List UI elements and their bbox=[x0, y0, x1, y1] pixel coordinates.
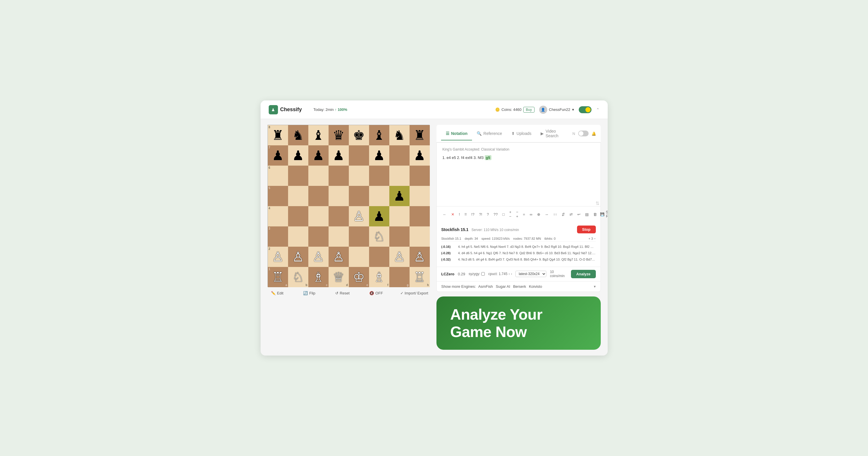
board-cell[interactable] bbox=[349, 186, 369, 206]
unclear-button[interactable]: ∞ bbox=[528, 211, 534, 218]
board-cell[interactable]: ♟ bbox=[369, 206, 389, 226]
board-cell[interactable]: ♜ bbox=[409, 125, 430, 145]
prev-button[interactable]: ← bbox=[441, 211, 448, 218]
board-cell[interactable]: ♙ bbox=[308, 247, 329, 267]
delete-button[interactable]: ✕ bbox=[450, 211, 456, 218]
mistake-button[interactable]: ? bbox=[485, 211, 490, 218]
board-cell[interactable]: ♟ bbox=[389, 186, 409, 206]
board-cell[interactable] bbox=[409, 166, 430, 186]
diagram-button[interactable]: ▤ bbox=[584, 211, 590, 218]
board-cell[interactable] bbox=[308, 186, 329, 206]
board-cell[interactable]: ♝ bbox=[308, 125, 329, 145]
board-cell[interactable] bbox=[349, 247, 369, 267]
line-moves[interactable]: 4. Nc3 d6 5. d4 g4 6. Bxf4 gxf3 7. Qxf3 … bbox=[458, 257, 596, 263]
board-cell[interactable]: 4 bbox=[268, 206, 288, 226]
cpuct-up[interactable]: › bbox=[511, 272, 512, 276]
line-moves[interactable]: 4. d4 d6 5. h4 g4 6. Ng1 Qf6 7. Nc3 Ne7 … bbox=[458, 251, 596, 256]
board-cell[interactable] bbox=[329, 206, 349, 226]
interesting-button[interactable]: !? bbox=[470, 211, 476, 218]
resize-handle[interactable]: ⇅ bbox=[436, 201, 601, 206]
import-export-button[interactable]: ✓ Import/ Export bbox=[400, 291, 428, 295]
board-cell[interactable] bbox=[369, 166, 389, 186]
board-cell[interactable]: ♟ bbox=[409, 145, 430, 166]
sound-button[interactable]: 🔇 OFF bbox=[367, 290, 385, 296]
board-cell[interactable] bbox=[329, 226, 349, 247]
board-cell[interactable]: d♕ bbox=[329, 267, 349, 287]
cpuct-down[interactable]: ‹ bbox=[508, 272, 509, 276]
board-cell[interactable]: g bbox=[389, 267, 409, 287]
board-cell[interactable]: ♟ bbox=[369, 145, 389, 166]
board-cell[interactable]: ♙ bbox=[389, 247, 409, 267]
engine-name-item[interactable]: Sugar AI bbox=[496, 284, 510, 289]
board-cell[interactable]: ♞ bbox=[288, 125, 308, 145]
board-cell[interactable] bbox=[389, 166, 409, 186]
user-area[interactable]: 👤 ChessFun22 ▾ bbox=[539, 106, 574, 114]
black-advantage-button[interactable]: −+ bbox=[515, 209, 520, 220]
board-cell[interactable] bbox=[409, 186, 430, 206]
board-cell[interactable] bbox=[329, 186, 349, 206]
board-cell[interactable]: 5 bbox=[268, 186, 288, 206]
compensation-button[interactable]: ⊕ bbox=[536, 211, 542, 218]
board-cell[interactable] bbox=[308, 166, 329, 186]
zugzwang-button[interactable]: □ bbox=[501, 211, 506, 218]
counterplay-button[interactable]: ↔ bbox=[544, 211, 550, 218]
board-cell[interactable]: 7♟ bbox=[268, 145, 288, 166]
brilliant-button[interactable]: !! bbox=[463, 211, 468, 218]
board-cell[interactable] bbox=[288, 166, 308, 186]
board-cell[interactable]: 8♜ bbox=[268, 125, 288, 145]
board-cell[interactable] bbox=[369, 186, 389, 206]
tab-video-search[interactable]: ▶ Video Search bbox=[536, 125, 572, 143]
board-cell[interactable]: c♗ bbox=[308, 267, 329, 287]
model-select[interactable]: latest-320x24 bbox=[516, 271, 546, 277]
engine-name-item[interactable]: AsmFish bbox=[478, 284, 493, 289]
undo-button[interactable]: ↩ bbox=[576, 211, 582, 218]
equal-button[interactable]: = bbox=[522, 211, 527, 218]
initiative-button[interactable]: ↑↑ bbox=[552, 211, 559, 218]
stop-button[interactable]: Stop bbox=[577, 226, 596, 233]
board-cell[interactable] bbox=[288, 226, 308, 247]
buy-button[interactable]: Buy bbox=[523, 107, 534, 113]
tab-uploads[interactable]: ⬆ Uploads bbox=[507, 127, 536, 140]
board-cell[interactable]: b♘ bbox=[288, 267, 308, 287]
tab-notation[interactable]: ☰ Notation bbox=[441, 127, 472, 140]
development-button[interactable]: ⇵ bbox=[560, 211, 566, 218]
board-cell[interactable] bbox=[409, 226, 430, 247]
with-idea-button[interactable]: ⇄ bbox=[568, 211, 574, 218]
board-cell[interactable] bbox=[369, 247, 389, 267]
board-cell[interactable] bbox=[349, 166, 369, 186]
save-pgn-button[interactable]: 💾 Save PGN bbox=[600, 210, 608, 218]
board-cell[interactable]: ♙ bbox=[409, 247, 430, 267]
board-cell[interactable] bbox=[288, 206, 308, 226]
board-cell[interactable]: ♛ bbox=[329, 125, 349, 145]
board-cell[interactable] bbox=[389, 145, 409, 166]
board-cell[interactable]: 1a♖ bbox=[268, 267, 288, 287]
edit-button[interactable]: ✏️ Edit bbox=[269, 290, 286, 296]
trash-button[interactable]: 🗑 bbox=[592, 211, 598, 218]
n-toggle[interactable] bbox=[578, 131, 589, 136]
theme-toggle[interactable] bbox=[579, 106, 591, 113]
board-cell[interactable]: ♙ bbox=[329, 247, 349, 267]
analyze-button[interactable]: Analyze bbox=[571, 270, 595, 278]
board-cell[interactable] bbox=[329, 166, 349, 186]
blunder-button[interactable]: ?? bbox=[492, 211, 499, 218]
reset-button[interactable]: ↺ Reset bbox=[333, 290, 352, 296]
board-cell[interactable]: ♙ bbox=[288, 247, 308, 267]
board-cell[interactable] bbox=[389, 206, 409, 226]
board-cell[interactable]: f♗ bbox=[369, 267, 389, 287]
board-cell[interactable]: ♚ bbox=[349, 125, 369, 145]
board-cell[interactable] bbox=[308, 206, 329, 226]
board-cell[interactable] bbox=[308, 226, 329, 247]
show-more-engines[interactable]: Show more Engines: AsmFishSugar AIBerser… bbox=[436, 281, 601, 292]
good-move-button[interactable]: ! bbox=[458, 211, 462, 218]
board-cell[interactable]: ♙ bbox=[349, 206, 369, 226]
promo-banner[interactable]: Analyze Your Game Now bbox=[436, 296, 601, 350]
board-cell[interactable] bbox=[409, 206, 430, 226]
engine-name-item[interactable]: Berserk bbox=[513, 284, 526, 289]
board-cell[interactable]: e♔ bbox=[349, 267, 369, 287]
syzygy-checkbox[interactable] bbox=[481, 272, 485, 276]
engine-name-item[interactable]: Koivisto bbox=[529, 284, 542, 289]
white-advantage-button[interactable]: +− bbox=[508, 209, 513, 220]
board-cell[interactable]: 2♙ bbox=[268, 247, 288, 267]
line-moves[interactable]: 4. h4 g4 5. Ne5 Nf6 6. Nxg4 Nxe4 7. d3 N… bbox=[458, 244, 596, 250]
board-cell[interactable]: ♟ bbox=[308, 145, 329, 166]
